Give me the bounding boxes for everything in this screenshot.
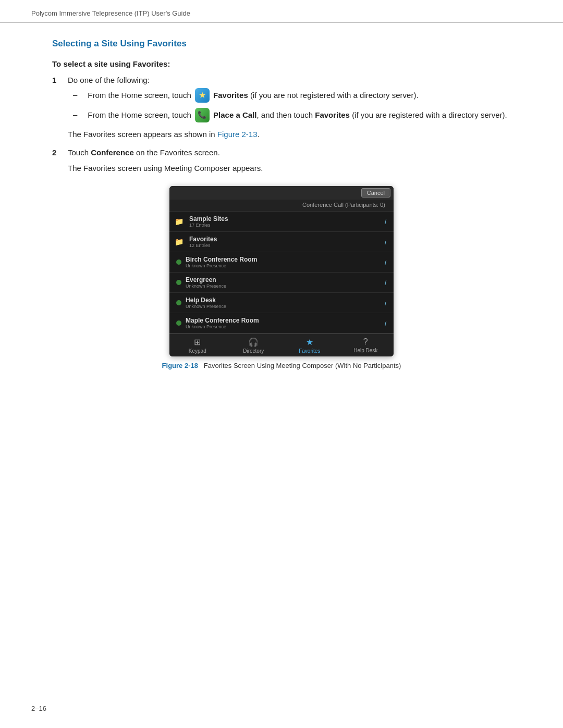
dash-item-2: From the Home screen, touch 📞 Place a Ca… xyxy=(68,108,511,123)
list-item[interactable]: 📁 Sample Sites 17 Entries i xyxy=(169,212,394,232)
folder-icon: 📁 xyxy=(175,217,185,226)
step-2-para: The Favorites screen using Meeting Compo… xyxy=(68,162,511,175)
info-icon[interactable]: i xyxy=(385,279,386,287)
list-item[interactable]: 📁 Favorites 12 Entries i xyxy=(169,232,394,252)
item-sub: Unknown Presence xyxy=(186,283,381,289)
figure-caption: Figure 2-18 Favorites Screen Using Meeti… xyxy=(162,362,401,369)
info-icon[interactable]: i xyxy=(385,238,386,246)
dash-2-bold-fav: Favorites xyxy=(315,110,350,119)
info-icon[interactable]: i xyxy=(385,319,386,327)
nav-label-favorites: Favorites xyxy=(299,348,320,354)
cancel-button[interactable]: Cancel xyxy=(361,188,390,198)
info-icon[interactable]: i xyxy=(385,299,386,307)
step-list: 1 Do one of the following: From the Home… xyxy=(52,76,511,175)
item-text: Evergreen Unknown Presence xyxy=(186,276,381,289)
nav-item-keypad[interactable]: ⊞ Keypad xyxy=(169,334,226,356)
directory-icon: 🎧 xyxy=(248,337,259,347)
conference-header-text: Conference Call (Participants: 0) xyxy=(302,202,385,208)
step-2-content: Touch Conference on the Favorites screen… xyxy=(68,148,511,175)
figure-caption-body: Favorites Screen Using Meeting Composer … xyxy=(204,362,401,369)
dash-2-bold-place: Place a Call xyxy=(213,110,256,119)
dash-1-text: From the Home screen, touch ★ Favorites … xyxy=(88,89,418,103)
page-header: Polycom Immersive Telepresence (ITP) Use… xyxy=(0,0,563,23)
item-name: Help Desk xyxy=(186,297,381,304)
item-sub: Unknown Presence xyxy=(186,304,381,309)
nav-label-directory: Directory xyxy=(243,348,264,354)
step-num-1: 1 xyxy=(52,76,62,141)
info-icon[interactable]: i xyxy=(385,258,386,266)
presence-dot-icon xyxy=(176,280,181,285)
page-number: 2–16 xyxy=(31,705,46,712)
keypad-icon: ⊞ xyxy=(194,337,201,347)
list-item[interactable]: Birch Conference Room Unknown Presence i xyxy=(169,252,394,273)
presence-dot-icon xyxy=(176,300,181,305)
nav-label-keypad: Keypad xyxy=(189,348,206,354)
screen-list: 📁 Sample Sites 17 Entries i 📁 Favorites … xyxy=(169,212,394,334)
favorites-star-icon: ★ xyxy=(195,88,210,103)
item-sub: Unknown Presence xyxy=(186,324,381,329)
main-content: Selecting a Site Using Favorites To sele… xyxy=(0,23,563,400)
figure-link[interactable]: Figure 2-13 xyxy=(217,130,258,139)
step-2-text: Touch Conference on the Favorites screen… xyxy=(68,148,511,157)
page-footer: 2–16 xyxy=(31,705,46,712)
item-sub: Unknown Presence xyxy=(186,263,381,268)
item-text: Help Desk Unknown Presence xyxy=(186,297,381,309)
item-name: Favorites xyxy=(189,236,381,243)
breadcrumb: Polycom Immersive Telepresence (ITP) Use… xyxy=(31,9,190,17)
item-sub: 17 Entries xyxy=(189,223,381,228)
screen-mockup: Cancel Conference Call (Participants: 0)… xyxy=(169,186,394,356)
figure-label: Figure 2-18 xyxy=(162,362,198,369)
figure-wrap: Cancel Conference Call (Participants: 0)… xyxy=(52,186,511,369)
nav-label-helpdesk: Help Desk xyxy=(353,348,377,353)
favorites-nav-icon: ★ xyxy=(306,337,313,347)
item-sub: 12 Entries xyxy=(189,243,381,248)
nav-item-favorites[interactable]: ★ Favorites xyxy=(282,334,338,356)
step-1-text: Do one of the following: xyxy=(68,76,150,84)
presence-dot-icon xyxy=(176,260,181,265)
step-1-content: Do one of the following: From the Home s… xyxy=(68,76,511,141)
bottom-nav: ⊞ Keypad 🎧 Directory ★ Favorites ? Help … xyxy=(169,334,394,356)
step-num-2: 2 xyxy=(52,148,62,175)
step-2: 2 Touch Conference on the Favorites scre… xyxy=(52,148,511,175)
dash-list: From the Home screen, touch ★ Favorites … xyxy=(68,89,511,123)
step-2-bold: Conference xyxy=(91,148,134,157)
figure-caption-text xyxy=(200,362,202,369)
item-name: Evergreen xyxy=(186,276,381,283)
screen-topbar: Cancel xyxy=(169,186,394,200)
presence-dot-icon xyxy=(176,320,181,326)
nav-item-directory[interactable]: 🎧 Directory xyxy=(226,334,282,356)
item-text: Maple Conference Room Unknown Presence xyxy=(186,317,381,329)
list-item[interactable]: Help Desk Unknown Presence i xyxy=(169,293,394,313)
folder-icon: 📁 xyxy=(175,238,185,246)
dash-2-text: From the Home screen, touch 📞 Place a Ca… xyxy=(88,108,507,123)
list-item[interactable]: Maple Conference Room Unknown Presence i xyxy=(169,313,394,334)
item-text: Favorites 12 Entries xyxy=(189,236,381,248)
section-title: Selecting a Site Using Favorites xyxy=(52,39,511,49)
sub-heading: To select a site using Favorites: xyxy=(52,59,511,68)
item-name: Birch Conference Room xyxy=(186,256,381,263)
nav-item-helpdesk[interactable]: ? Help Desk xyxy=(338,334,394,356)
dash-item-1: From the Home screen, touch ★ Favorites … xyxy=(68,89,511,103)
info-icon[interactable]: i xyxy=(385,218,386,226)
item-name: Sample Sites xyxy=(189,215,381,223)
place-call-icon: 📞 xyxy=(195,108,210,122)
helpdesk-icon: ? xyxy=(363,337,368,347)
item-text: Birch Conference Room Unknown Presence xyxy=(186,256,381,268)
step-1-para: The Favorites screen appears as shown in… xyxy=(68,128,511,141)
item-name: Maple Conference Room xyxy=(186,317,381,324)
list-item[interactable]: Evergreen Unknown Presence i xyxy=(169,273,394,293)
dash-1-bold: Favorites xyxy=(213,91,248,100)
item-text: Sample Sites 17 Entries xyxy=(189,215,381,228)
step-1: 1 Do one of the following: From the Home… xyxy=(52,76,511,141)
conference-header: Conference Call (Participants: 0) xyxy=(169,200,394,212)
